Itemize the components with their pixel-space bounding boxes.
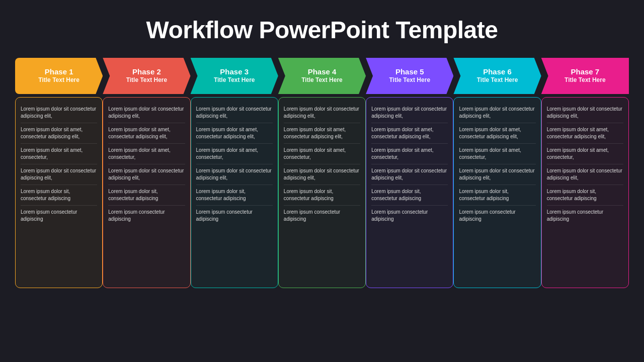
phase-label-5: Phase 5: [395, 67, 424, 76]
list-item: Lorem ipsum dolor sit amet, consectetur,: [21, 144, 97, 164]
phase-body-2: Lorem ipsum dolor sit consectetur adipis…: [103, 97, 190, 288]
phase-subtitle-1: Title Text Here: [38, 76, 79, 84]
phase-column-4: Phase 4Title Text HereLorem ipsum dolor …: [278, 58, 366, 288]
phase-body-4: Lorem ipsum dolor sit consectetur adipis…: [278, 97, 366, 288]
phase-column-7: Phase 7Title Text HereLorem ipsum dolor …: [541, 58, 629, 288]
phase-subtitle-6: Title Text Here: [477, 76, 518, 84]
list-item: Lorem ipsum dolor sit consectetur adipis…: [459, 103, 535, 123]
phase-label-3: Phase 3: [220, 67, 249, 76]
phase-label-1: Phase 1: [45, 67, 73, 76]
list-item: Lorem ipsum consectetur adipiscing: [21, 206, 97, 226]
phase-subtitle-5: Title Text Here: [389, 76, 430, 84]
phase-label-7: Phase 7: [571, 67, 599, 76]
phase-body-1: Lorem ipsum dolor sit consectetur adipis…: [15, 97, 103, 288]
phase-header-2: Phase 2Title Text Here: [103, 58, 190, 94]
list-item: Lorem ipsum dolor sit amet, consectetur,: [108, 144, 185, 164]
phase-body-7: Lorem ipsum dolor sit consectetur adipis…: [541, 97, 629, 288]
list-item: Lorem ipsum consectetur adipiscing: [371, 206, 448, 226]
list-item: Lorem ipsum dolor sit amet, consectetur …: [108, 123, 185, 144]
list-item: Lorem ipsum dolor sit, consectetur adipi…: [547, 185, 623, 206]
list-item: Lorem ipsum dolor sit amet, consectetur …: [371, 123, 448, 144]
phase-label-4: Phase 4: [308, 67, 337, 76]
phase-column-2: Phase 2Title Text HereLorem ipsum dolor …: [103, 58, 190, 288]
list-item: Lorem ipsum dolor sit consectetur adipis…: [284, 103, 360, 123]
phase-body-6: Lorem ipsum dolor sit consectetur adipis…: [453, 97, 541, 288]
list-item: Lorem ipsum dolor sit, consectetur adipi…: [21, 185, 97, 206]
phase-header-1: Phase 1Title Text Here: [15, 58, 103, 94]
phase-subtitle-4: Title Text Here: [301, 76, 343, 84]
phase-column-5: Phase 5Title Text HereLorem ipsum dolor …: [366, 58, 453, 288]
list-item: Lorem ipsum dolor sit consectetur adipis…: [371, 164, 448, 185]
list-item: Lorem ipsum dolor sit consectetur adipis…: [21, 103, 97, 123]
phase-label-6: Phase 6: [483, 67, 512, 76]
list-item: Lorem ipsum dolor sit amet, consectetur,: [459, 144, 535, 164]
list-item: Lorem ipsum dolor sit consectetur adipis…: [196, 164, 273, 185]
list-item: Lorem ipsum dolor sit consectetur adipis…: [371, 103, 448, 123]
list-item: Lorem ipsum dolor sit amet, consectetur …: [459, 123, 535, 144]
list-item: Lorem ipsum consectetur adipiscing: [547, 206, 623, 226]
list-item: Lorem ipsum dolor sit, consectetur adipi…: [196, 185, 273, 206]
phase-header-7: Phase 7Title Text Here: [541, 58, 629, 94]
phase-column-3: Phase 3Title Text HereLorem ipsum dolor …: [191, 58, 278, 288]
list-item: Lorem ipsum dolor sit, consectetur adipi…: [284, 185, 360, 206]
list-item: Lorem ipsum dolor sit, consectetur adipi…: [108, 185, 185, 206]
list-item: Lorem ipsum dolor sit consectetur adipis…: [547, 103, 623, 123]
workflow-container: Phase 1Title Text HereLorem ipsum dolor …: [15, 58, 629, 288]
list-item: Lorem ipsum consectetur adipiscing: [108, 206, 185, 226]
phase-header-6: Phase 6Title Text Here: [453, 58, 541, 94]
list-item: Lorem ipsum consectetur adipiscing: [284, 206, 360, 226]
list-item: Lorem ipsum dolor sit, consectetur adipi…: [459, 185, 535, 206]
phase-subtitle-7: Title Text Here: [565, 76, 606, 84]
phase-body-3: Lorem ipsum dolor sit consectetur adipis…: [191, 97, 278, 288]
list-item: Lorem ipsum consectetur adipiscing: [196, 206, 273, 226]
phase-body-5: Lorem ipsum dolor sit consectetur adipis…: [366, 97, 453, 288]
list-item: Lorem ipsum dolor sit consectetur adipis…: [196, 103, 273, 123]
list-item: Lorem ipsum dolor sit amet, consectetur …: [547, 123, 623, 144]
list-item: Lorem ipsum consectetur adipiscing: [459, 206, 535, 226]
phase-column-6: Phase 6Title Text HereLorem ipsum dolor …: [453, 58, 541, 288]
list-item: Lorem ipsum dolor sit, consectetur adipi…: [371, 185, 448, 206]
list-item: Lorem ipsum dolor sit consectetur adipis…: [284, 164, 360, 185]
phase-subtitle-3: Title Text Here: [214, 76, 255, 84]
list-item: Lorem ipsum dolor sit amet, consectetur,: [371, 144, 448, 164]
list-item: Lorem ipsum dolor sit amet, consectetur …: [284, 123, 360, 144]
phase-column-1: Phase 1Title Text HereLorem ipsum dolor …: [15, 58, 103, 288]
phase-subtitle-2: Title Text Here: [126, 76, 168, 84]
list-item: Lorem ipsum dolor sit amet, consectetur,: [284, 144, 360, 164]
phase-header-5: Phase 5Title Text Here: [366, 58, 453, 94]
phase-header-3: Phase 3Title Text Here: [191, 58, 278, 94]
list-item: Lorem ipsum dolor sit amet, consectetur,: [547, 144, 623, 164]
list-item: Lorem ipsum dolor sit amet, consectetur,: [196, 144, 273, 164]
phase-header-4: Phase 4Title Text Here: [278, 58, 366, 94]
list-item: Lorem ipsum dolor sit consectetur adipis…: [108, 103, 185, 123]
page-title: Workflow PowerPoint Template: [146, 16, 498, 44]
list-item: Lorem ipsum dolor sit amet, consectetur …: [21, 123, 97, 144]
list-item: Lorem ipsum dolor sit consectetur adipis…: [21, 164, 97, 185]
list-item: Lorem ipsum dolor sit amet, consectetur …: [196, 123, 273, 144]
list-item: Lorem ipsum dolor sit consectetur adipis…: [108, 164, 185, 185]
list-item: Lorem ipsum dolor sit consectetur adipis…: [547, 164, 623, 185]
phase-label-2: Phase 2: [132, 67, 161, 76]
list-item: Lorem ipsum dolor sit consectetur adipis…: [459, 164, 535, 185]
